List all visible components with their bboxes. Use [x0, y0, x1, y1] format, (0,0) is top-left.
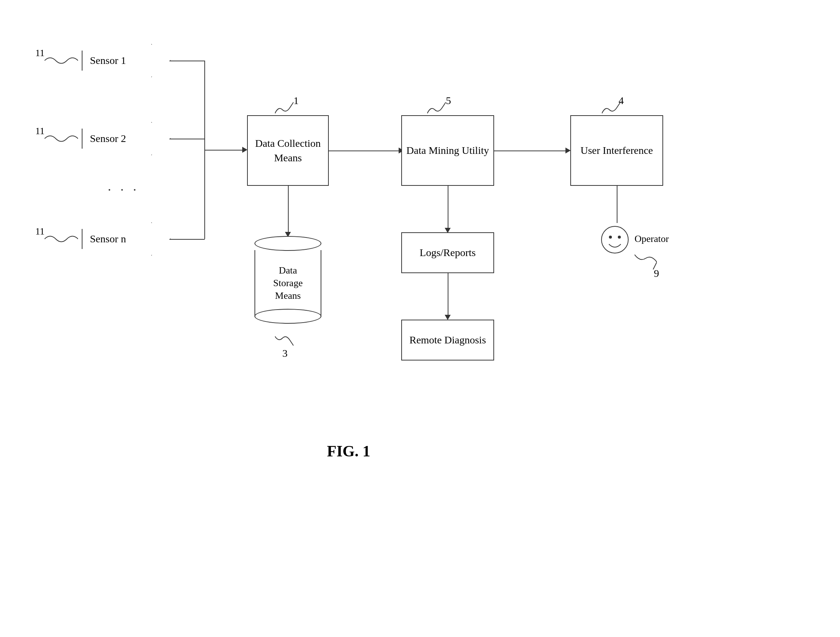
arrow-to-dcm — [242, 147, 248, 153]
svg-point-1 — [609, 236, 612, 239]
figure-label: FIG. 1 — [327, 442, 370, 460]
cylinder-body: DataStorageMeans — [254, 250, 321, 317]
sensor2-label: Sensor 2 — [90, 133, 126, 145]
remote-diagnosis-box: Remote Diagnosis — [401, 319, 494, 360]
remote-diagnosis-label: Remote Diagnosis — [409, 334, 486, 347]
ellipsis: · · · — [108, 182, 139, 198]
sensorN-arrow: Sensor n — [82, 222, 171, 256]
ref-11a: 11 — [35, 47, 44, 59]
sensorN-label: Sensor n — [90, 233, 126, 245]
squiggle-1 — [275, 100, 294, 115]
logs-reports-label: Logs/Reports — [420, 246, 476, 259]
wavy-line-sensor1 — [44, 55, 78, 66]
line-collector-to-dcm — [204, 150, 245, 150]
data-mining-box: Data Mining Utility — [401, 115, 494, 186]
logs-reports-box: Logs/Reports — [401, 232, 494, 273]
sensor1-label: Sensor 1 — [90, 55, 126, 66]
sensor2-arrow: Sensor 2 — [82, 122, 171, 155]
ref-1: 1 — [294, 95, 299, 107]
data-collection-label: Data CollectionMeans — [255, 136, 321, 165]
line-sensor2-to-collector — [169, 139, 205, 139]
squiggle-5 — [427, 100, 446, 115]
arrow-dm-to-ui — [565, 147, 571, 153]
data-storage-cylinder: DataStorageMeans — [254, 236, 321, 317]
user-interface-label: User Interference — [580, 143, 653, 158]
ref-3: 3 — [283, 348, 287, 359]
cylinder-top — [254, 236, 321, 251]
ref-5: 5 — [446, 95, 451, 107]
diagram-container: 11 Sensor 1 11 Sensor 2 · · · 11 Sensor … — [22, 22, 817, 602]
user-interface-box: User Interference — [570, 115, 663, 186]
line-dm-to-logs — [448, 186, 448, 231]
line-sensorN-to-collector — [169, 239, 205, 240]
line-logs-to-remote — [448, 273, 448, 318]
squiggle-9 — [635, 253, 657, 271]
smiley-icon — [600, 225, 630, 254]
line-dm-to-ui — [494, 150, 568, 151]
data-storage-label: DataStorageMeans — [273, 264, 302, 302]
cylinder-bottom — [254, 309, 321, 324]
data-mining-label: Data Mining Utility — [406, 143, 489, 158]
wavy-line-sensor2 — [44, 133, 78, 144]
line-dcm-to-storage — [288, 186, 289, 234]
data-collection-box: Data CollectionMeans — [247, 115, 329, 186]
line-dcm-to-dm — [329, 150, 401, 151]
svg-point-2 — [618, 236, 621, 239]
wavy-line-sensorN — [44, 233, 78, 245]
ref-11c: 11 — [35, 226, 44, 237]
squiggle-3 — [275, 335, 294, 349]
ref-11b: 11 — [35, 126, 44, 137]
line-ui-to-operator — [617, 186, 617, 223]
line-sensor1-to-collector — [169, 60, 205, 61]
arrow-logs-to-remote — [445, 315, 451, 320]
ref-9: 9 — [654, 267, 659, 280]
sensor1-arrow: Sensor 1 — [82, 44, 171, 77]
operator-label: Operator — [635, 233, 669, 245]
svg-point-0 — [602, 226, 628, 253]
ref-4: 4 — [619, 95, 624, 107]
squiggle-4 — [602, 100, 621, 115]
